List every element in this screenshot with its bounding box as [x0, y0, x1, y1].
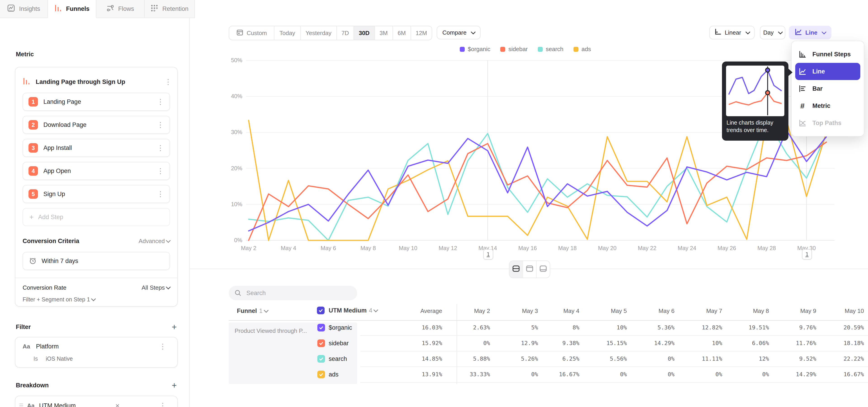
date-preset-today[interactable]: Today — [274, 26, 301, 40]
search-icon — [235, 290, 241, 296]
table-view-button[interactable] — [537, 261, 550, 278]
column-header-may-8[interactable]: May 8 — [753, 308, 769, 315]
svg-text:May 6: May 6 — [321, 245, 336, 251]
legend-swatch — [538, 47, 543, 52]
step-kebab-icon[interactable]: ⋮ — [157, 121, 164, 128]
tab-insights[interactable]: Insights — [0, 0, 48, 18]
divider — [360, 382, 868, 383]
row-checkbox[interactable] — [317, 371, 325, 378]
step-number-badge: 1 — [29, 97, 38, 106]
date-preset-custom[interactable]: Custom — [229, 26, 274, 40]
table-cell: 6.06% — [752, 340, 769, 346]
tab-funnels[interactable]: Funnels — [48, 0, 96, 18]
chart-view-button[interactable] — [523, 261, 537, 278]
column-header-may-10[interactable]: May 10 — [845, 308, 864, 315]
annotation-badge[interactable]: 1 — [802, 249, 812, 259]
row-label: $organic — [329, 324, 352, 331]
legend-item-search[interactable]: search — [538, 46, 563, 53]
metric-card: Landing Page through Sign Up ⋮ 1Landing … — [15, 67, 178, 307]
tab-label: Flows — [118, 5, 134, 12]
split-view-button[interactable] — [509, 261, 523, 278]
add-step-button[interactable]: +Add Step — [23, 208, 170, 226]
funnel-step-app-open[interactable]: 4App Open⋮ — [23, 162, 170, 180]
date-range-control: CustomTodayYesterday7D30D3M6M12M — [229, 26, 432, 40]
funnel-step-sign-up[interactable]: 5Sign Up⋮ — [23, 185, 170, 203]
scale-button[interactable]: Linear — [709, 26, 754, 39]
menu-item-bar[interactable]: Bar — [792, 80, 864, 97]
tab-label: Retention — [162, 5, 188, 12]
chevron-down-icon — [166, 238, 170, 243]
menu-item-label: Top Paths — [812, 120, 842, 127]
column-header-may-3[interactable]: May 3 — [522, 308, 538, 315]
drag-handle-icon[interactable]: ☰ — [19, 403, 24, 407]
column-header-may-5[interactable]: May 5 — [611, 308, 627, 315]
remove-breakdown-icon[interactable]: × — [111, 402, 124, 407]
table-cell: 12.9% — [521, 340, 538, 346]
date-preset-6m[interactable]: 6M — [393, 26, 411, 40]
column-header-may-4[interactable]: May 4 — [563, 308, 579, 315]
funnel-step-app-install[interactable]: 3App Install⋮ — [23, 139, 170, 157]
table-cell: 0% — [668, 355, 675, 362]
step-label: Sign Up — [43, 191, 65, 198]
menu-item-line[interactable]: Line — [795, 63, 860, 80]
table-header: Funnel 1 UTM Medium 4 AverageMay 2May 3M… — [0, 304, 868, 320]
row-checkbox[interactable] — [317, 339, 325, 347]
funnel-step-landing-page[interactable]: 1Landing Page⋮ — [23, 93, 170, 111]
date-preset-30d[interactable]: 30D — [354, 26, 375, 40]
date-preset-7d[interactable]: 7D — [337, 26, 354, 40]
column-header-may-7[interactable]: May 7 — [706, 308, 722, 315]
search-input[interactable] — [246, 289, 347, 297]
breakdown-card[interactable]: ☰ Aa UTM Medium × ⋮ — [15, 396, 178, 407]
conversion-rate-selector[interactable]: All Steps — [142, 284, 170, 291]
string-type-badge: Aa — [27, 402, 35, 407]
legend-label: $organic — [468, 46, 491, 53]
funnel-step-download-page[interactable]: 2Download Page⋮ — [23, 116, 170, 134]
chart-type-button[interactable]: Line — [789, 26, 831, 39]
table-cell: 14.29% — [796, 371, 816, 378]
column-header-may-6[interactable]: May 6 — [658, 308, 675, 315]
table-cell: 11.76% — [796, 340, 816, 346]
granularity-button[interactable]: Day — [760, 26, 785, 39]
metric-kebab-icon[interactable]: ⋮ — [164, 78, 172, 86]
legend-swatch — [574, 47, 579, 52]
funnel-column-header[interactable]: Funnel 1 — [237, 308, 268, 315]
table-cell: 33.33% — [470, 371, 490, 378]
annotation-badge[interactable]: 1 — [483, 249, 493, 259]
step-kebab-icon[interactable]: ⋮ — [157, 98, 164, 105]
legend-label: search — [546, 46, 563, 53]
table-search[interactable] — [229, 286, 357, 300]
conversion-rate-row: Conversion Rate All Steps — [23, 282, 170, 293]
row-checkbox[interactable] — [317, 324, 325, 332]
step-kebab-icon[interactable]: ⋮ — [157, 167, 164, 175]
date-preset-12m[interactable]: 12M — [411, 26, 432, 40]
breakdown-kebab-icon[interactable]: ⋮ — [159, 402, 166, 407]
step-number-badge: 4 — [29, 166, 38, 176]
legend-item-organic[interactable]: $organic — [460, 46, 491, 53]
tab-label: Insights — [19, 5, 40, 12]
step-kebab-icon[interactable]: ⋮ — [157, 190, 164, 198]
step-kebab-icon[interactable]: ⋮ — [157, 144, 164, 152]
advanced-toggle[interactable]: Advanced — [138, 238, 170, 245]
legend-item-sidebar[interactable]: sidebar — [500, 46, 528, 53]
column-header-may-9[interactable]: May 9 — [800, 308, 816, 315]
select-all-checkbox[interactable] — [317, 307, 324, 314]
legend-item-ads[interactable]: ads — [574, 46, 591, 53]
column-header-average[interactable]: Average — [421, 308, 442, 315]
breakdown-column-header[interactable]: UTM Medium 4 — [317, 307, 377, 314]
date-preset-3m[interactable]: 3M — [375, 26, 393, 40]
compare-button[interactable]: Compare — [437, 26, 480, 39]
top-tabbar: Insights Funnels Flows Retention — [0, 0, 195, 18]
tab-retention[interactable]: Retention — [145, 0, 195, 18]
tooltip-text: Line charts display trends over time. — [726, 119, 785, 134]
filter-segment-toggle[interactable]: Filter + Segment on Step 1 — [23, 294, 170, 304]
menu-item-funnel-steps[interactable]: Funnel Steps — [792, 46, 864, 63]
date-preset-yesterday[interactable]: Yesterday — [301, 26, 337, 40]
column-header-may-2[interactable]: May 2 — [474, 308, 490, 315]
conversion-window-button[interactable]: Within 7 days — [23, 252, 170, 270]
tab-flows[interactable]: Flows — [96, 0, 145, 18]
row-checkbox[interactable] — [317, 355, 325, 363]
menu-item-metric[interactable]: #Metric — [792, 97, 864, 115]
metric-title-row[interactable]: Landing Page through Sign Up ⋮ — [16, 73, 177, 91]
svg-text:0%: 0% — [234, 237, 242, 243]
step-label: Download Page — [43, 121, 87, 128]
